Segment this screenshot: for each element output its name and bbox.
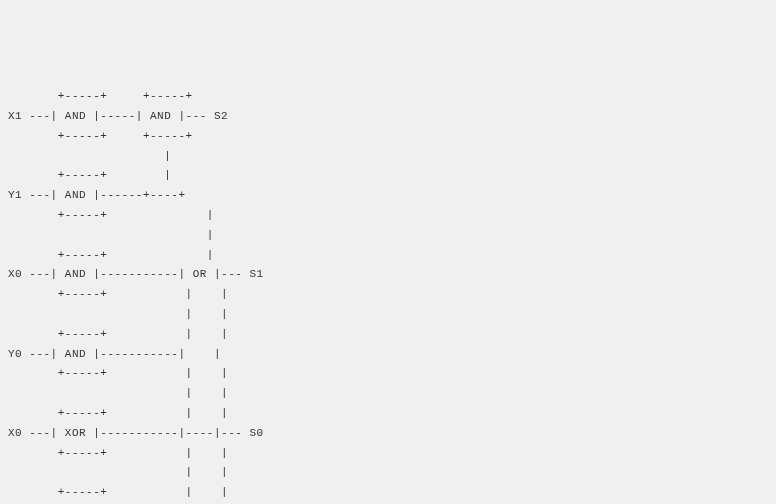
diagram-line-16: +-----+ | |	[8, 407, 228, 419]
diagram-line-18: +-----+ | |	[8, 447, 228, 459]
diagram-line-20: +-----+ | |	[8, 486, 228, 498]
diagram-line-02: +-----+ +-----+	[8, 130, 193, 142]
diagram-line-12: +-----+ | |	[8, 328, 228, 340]
diagram-line-08: +-----+ |	[8, 249, 214, 261]
diagram-line-10: +-----+ | |	[8, 288, 228, 300]
diagram-line-03: |	[8, 150, 171, 162]
diagram-line-09: X0 ---| AND |-----------| OR |--- S1	[8, 268, 264, 280]
diagram-line-19: | |	[8, 466, 228, 478]
logic-circuit-diagram: +-----+ +-----+ X1 ---| AND |-----| AND …	[8, 87, 768, 504]
diagram-line-17: X0 ---| XOR |-----------|----|--- S0	[8, 427, 264, 439]
diagram-line-07: |	[8, 229, 214, 241]
diagram-line-14: +-----+ | |	[8, 367, 228, 379]
diagram-line-00: +-----+ +-----+	[8, 90, 193, 102]
diagram-line-06: +-----+ |	[8, 209, 214, 221]
diagram-line-11: | |	[8, 308, 228, 320]
diagram-line-05: Y1 ---| AND |------+----+	[8, 189, 186, 201]
diagram-line-15: | |	[8, 387, 228, 399]
diagram-line-04: +-----+ |	[8, 169, 171, 181]
diagram-line-13: Y0 ---| AND |-----------| |	[8, 348, 221, 360]
diagram-line-01: X1 ---| AND |-----| AND |--- S2	[8, 110, 228, 122]
